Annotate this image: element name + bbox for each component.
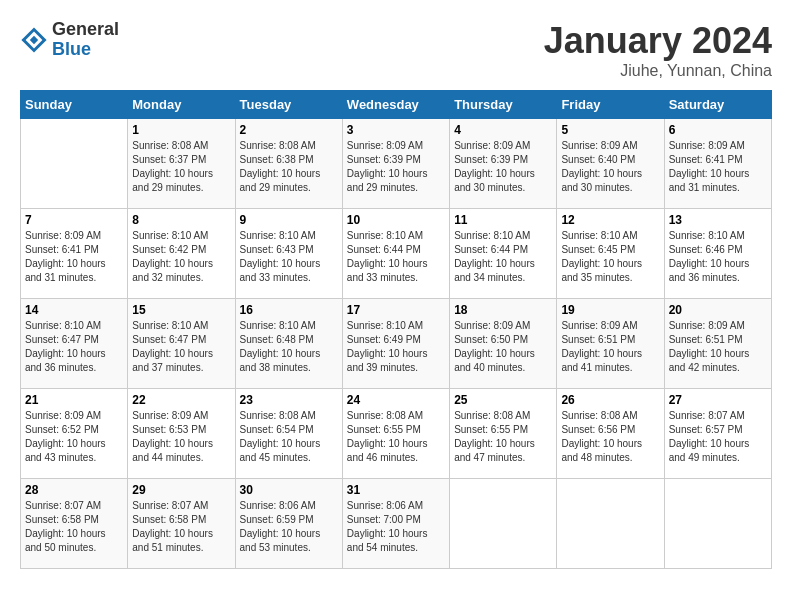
day-number: 8 bbox=[132, 213, 230, 227]
calendar-cell: 8Sunrise: 8:10 AMSunset: 6:42 PMDaylight… bbox=[128, 209, 235, 299]
day-number: 26 bbox=[561, 393, 659, 407]
day-number: 20 bbox=[669, 303, 767, 317]
day-info: Sunrise: 8:09 AMSunset: 6:41 PMDaylight:… bbox=[25, 229, 123, 285]
calendar-cell: 19Sunrise: 8:09 AMSunset: 6:51 PMDayligh… bbox=[557, 299, 664, 389]
weekday-header: Monday bbox=[128, 91, 235, 119]
calendar-cell: 14Sunrise: 8:10 AMSunset: 6:47 PMDayligh… bbox=[21, 299, 128, 389]
day-number: 24 bbox=[347, 393, 445, 407]
calendar-cell bbox=[664, 479, 771, 569]
calendar-cell: 17Sunrise: 8:10 AMSunset: 6:49 PMDayligh… bbox=[342, 299, 449, 389]
day-info: Sunrise: 8:09 AMSunset: 6:40 PMDaylight:… bbox=[561, 139, 659, 195]
calendar-table: SundayMondayTuesdayWednesdayThursdayFrid… bbox=[20, 90, 772, 569]
calendar-cell: 18Sunrise: 8:09 AMSunset: 6:50 PMDayligh… bbox=[450, 299, 557, 389]
weekday-header: Wednesday bbox=[342, 91, 449, 119]
day-number: 1 bbox=[132, 123, 230, 137]
calendar-cell: 28Sunrise: 8:07 AMSunset: 6:58 PMDayligh… bbox=[21, 479, 128, 569]
calendar-cell: 6Sunrise: 8:09 AMSunset: 6:41 PMDaylight… bbox=[664, 119, 771, 209]
location: Jiuhe, Yunnan, China bbox=[544, 62, 772, 80]
day-number: 7 bbox=[25, 213, 123, 227]
day-number: 6 bbox=[669, 123, 767, 137]
day-info: Sunrise: 8:07 AMSunset: 6:58 PMDaylight:… bbox=[25, 499, 123, 555]
day-number: 3 bbox=[347, 123, 445, 137]
calendar-cell: 29Sunrise: 8:07 AMSunset: 6:58 PMDayligh… bbox=[128, 479, 235, 569]
day-number: 18 bbox=[454, 303, 552, 317]
month-title: January 2024 bbox=[544, 20, 772, 62]
day-number: 17 bbox=[347, 303, 445, 317]
day-info: Sunrise: 8:10 AMSunset: 6:48 PMDaylight:… bbox=[240, 319, 338, 375]
calendar-week-row: 28Sunrise: 8:07 AMSunset: 6:58 PMDayligh… bbox=[21, 479, 772, 569]
calendar-cell: 24Sunrise: 8:08 AMSunset: 6:55 PMDayligh… bbox=[342, 389, 449, 479]
day-info: Sunrise: 8:10 AMSunset: 6:44 PMDaylight:… bbox=[347, 229, 445, 285]
day-info: Sunrise: 8:08 AMSunset: 6:37 PMDaylight:… bbox=[132, 139, 230, 195]
calendar-cell: 2Sunrise: 8:08 AMSunset: 6:38 PMDaylight… bbox=[235, 119, 342, 209]
day-number: 12 bbox=[561, 213, 659, 227]
calendar-cell: 4Sunrise: 8:09 AMSunset: 6:39 PMDaylight… bbox=[450, 119, 557, 209]
day-number: 4 bbox=[454, 123, 552, 137]
day-info: Sunrise: 8:08 AMSunset: 6:55 PMDaylight:… bbox=[454, 409, 552, 465]
calendar-cell: 5Sunrise: 8:09 AMSunset: 6:40 PMDaylight… bbox=[557, 119, 664, 209]
day-number: 31 bbox=[347, 483, 445, 497]
calendar-cell: 26Sunrise: 8:08 AMSunset: 6:56 PMDayligh… bbox=[557, 389, 664, 479]
logo-blue-text: Blue bbox=[52, 39, 91, 59]
day-number: 21 bbox=[25, 393, 123, 407]
day-info: Sunrise: 8:09 AMSunset: 6:39 PMDaylight:… bbox=[454, 139, 552, 195]
day-number: 23 bbox=[240, 393, 338, 407]
calendar-week-row: 21Sunrise: 8:09 AMSunset: 6:52 PMDayligh… bbox=[21, 389, 772, 479]
weekday-header: Thursday bbox=[450, 91, 557, 119]
day-info: Sunrise: 8:07 AMSunset: 6:58 PMDaylight:… bbox=[132, 499, 230, 555]
calendar-cell: 20Sunrise: 8:09 AMSunset: 6:51 PMDayligh… bbox=[664, 299, 771, 389]
day-info: Sunrise: 8:10 AMSunset: 6:44 PMDaylight:… bbox=[454, 229, 552, 285]
day-number: 16 bbox=[240, 303, 338, 317]
calendar-cell: 16Sunrise: 8:10 AMSunset: 6:48 PMDayligh… bbox=[235, 299, 342, 389]
calendar-cell bbox=[21, 119, 128, 209]
logo-general-text: General bbox=[52, 19, 119, 39]
day-info: Sunrise: 8:09 AMSunset: 6:52 PMDaylight:… bbox=[25, 409, 123, 465]
calendar-week-row: 1Sunrise: 8:08 AMSunset: 6:37 PMDaylight… bbox=[21, 119, 772, 209]
calendar-cell: 1Sunrise: 8:08 AMSunset: 6:37 PMDaylight… bbox=[128, 119, 235, 209]
calendar-week-row: 7Sunrise: 8:09 AMSunset: 6:41 PMDaylight… bbox=[21, 209, 772, 299]
day-info: Sunrise: 8:10 AMSunset: 6:45 PMDaylight:… bbox=[561, 229, 659, 285]
day-number: 9 bbox=[240, 213, 338, 227]
weekday-header: Friday bbox=[557, 91, 664, 119]
calendar-body: 1Sunrise: 8:08 AMSunset: 6:37 PMDaylight… bbox=[21, 119, 772, 569]
day-number: 11 bbox=[454, 213, 552, 227]
day-info: Sunrise: 8:08 AMSunset: 6:55 PMDaylight:… bbox=[347, 409, 445, 465]
day-info: Sunrise: 8:10 AMSunset: 6:43 PMDaylight:… bbox=[240, 229, 338, 285]
day-number: 13 bbox=[669, 213, 767, 227]
day-info: Sunrise: 8:08 AMSunset: 6:56 PMDaylight:… bbox=[561, 409, 659, 465]
calendar-cell: 27Sunrise: 8:07 AMSunset: 6:57 PMDayligh… bbox=[664, 389, 771, 479]
day-info: Sunrise: 8:08 AMSunset: 6:54 PMDaylight:… bbox=[240, 409, 338, 465]
calendar-cell: 10Sunrise: 8:10 AMSunset: 6:44 PMDayligh… bbox=[342, 209, 449, 299]
day-number: 22 bbox=[132, 393, 230, 407]
calendar-cell: 23Sunrise: 8:08 AMSunset: 6:54 PMDayligh… bbox=[235, 389, 342, 479]
day-number: 5 bbox=[561, 123, 659, 137]
day-number: 25 bbox=[454, 393, 552, 407]
day-info: Sunrise: 8:10 AMSunset: 6:42 PMDaylight:… bbox=[132, 229, 230, 285]
day-info: Sunrise: 8:09 AMSunset: 6:41 PMDaylight:… bbox=[669, 139, 767, 195]
calendar-cell: 3Sunrise: 8:09 AMSunset: 6:39 PMDaylight… bbox=[342, 119, 449, 209]
day-info: Sunrise: 8:06 AMSunset: 6:59 PMDaylight:… bbox=[240, 499, 338, 555]
weekday-header: Saturday bbox=[664, 91, 771, 119]
logo-icon bbox=[20, 26, 48, 54]
calendar-week-row: 14Sunrise: 8:10 AMSunset: 6:47 PMDayligh… bbox=[21, 299, 772, 389]
weekday-row: SundayMondayTuesdayWednesdayThursdayFrid… bbox=[21, 91, 772, 119]
day-info: Sunrise: 8:09 AMSunset: 6:51 PMDaylight:… bbox=[669, 319, 767, 375]
day-info: Sunrise: 8:08 AMSunset: 6:38 PMDaylight:… bbox=[240, 139, 338, 195]
day-number: 2 bbox=[240, 123, 338, 137]
day-number: 27 bbox=[669, 393, 767, 407]
calendar-cell: 9Sunrise: 8:10 AMSunset: 6:43 PMDaylight… bbox=[235, 209, 342, 299]
day-number: 15 bbox=[132, 303, 230, 317]
day-number: 14 bbox=[25, 303, 123, 317]
calendar-cell: 25Sunrise: 8:08 AMSunset: 6:55 PMDayligh… bbox=[450, 389, 557, 479]
day-number: 10 bbox=[347, 213, 445, 227]
day-info: Sunrise: 8:10 AMSunset: 6:47 PMDaylight:… bbox=[132, 319, 230, 375]
calendar-cell: 30Sunrise: 8:06 AMSunset: 6:59 PMDayligh… bbox=[235, 479, 342, 569]
day-info: Sunrise: 8:06 AMSunset: 7:00 PMDaylight:… bbox=[347, 499, 445, 555]
day-info: Sunrise: 8:09 AMSunset: 6:39 PMDaylight:… bbox=[347, 139, 445, 195]
day-number: 28 bbox=[25, 483, 123, 497]
calendar-cell: 22Sunrise: 8:09 AMSunset: 6:53 PMDayligh… bbox=[128, 389, 235, 479]
day-info: Sunrise: 8:09 AMSunset: 6:53 PMDaylight:… bbox=[132, 409, 230, 465]
calendar-cell: 15Sunrise: 8:10 AMSunset: 6:47 PMDayligh… bbox=[128, 299, 235, 389]
calendar-cell bbox=[450, 479, 557, 569]
calendar-header: SundayMondayTuesdayWednesdayThursdayFrid… bbox=[21, 91, 772, 119]
